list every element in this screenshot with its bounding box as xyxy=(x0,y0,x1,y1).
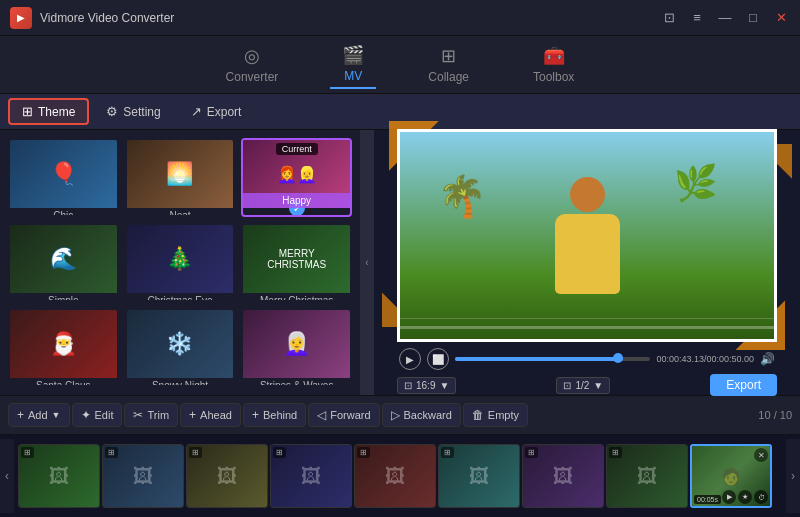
clip-6-icon: 🖼 xyxy=(469,465,489,488)
nav-mv[interactable]: 🎬 MV xyxy=(330,40,376,89)
timeline-right-arrow[interactable]: › xyxy=(786,439,800,513)
progress-fill xyxy=(455,357,623,361)
trim-button[interactable]: ✂ Trim xyxy=(124,403,178,427)
toolbox-icon: 🧰 xyxy=(543,45,565,67)
theme-merry-christmas-label: Merry Christmas xyxy=(243,293,350,302)
clip-6-add: ⊞ xyxy=(441,447,454,458)
theme-neat-label: Neat xyxy=(127,208,234,217)
empty-button[interactable]: 🗑 Empty xyxy=(463,403,528,427)
ahead-label: Ahead xyxy=(200,409,232,421)
theme-christmas-eve[interactable]: 🎄 Christmas Eve xyxy=(125,223,236,302)
theme-chic[interactable]: 🎈 Chic xyxy=(8,138,119,217)
video-frame: 🌴 🌿 xyxy=(397,129,777,343)
theme-simple-label: Simple xyxy=(10,293,117,302)
theme-santa-claus[interactable]: 🎅 Santa Claus xyxy=(8,308,119,387)
progress-thumb xyxy=(613,353,623,363)
clip-6[interactable]: 🖼 ⊞ xyxy=(438,444,520,508)
nav-collage[interactable]: ⊞ Collage xyxy=(416,41,481,88)
empty-label: Empty xyxy=(488,409,519,421)
clip-3-icon: 🖼 xyxy=(217,465,237,488)
maximize-button[interactable]: □ xyxy=(744,10,762,25)
player-row2: ⊡ 16:9 ▼ ⊡ 1/2 ▼ Export xyxy=(397,374,777,396)
theme-merry-christmas[interactable]: MERRYCHRISTMAS Merry Christmas xyxy=(241,223,352,302)
theme-snowy-night[interactable]: ❄️ Snowy Night xyxy=(125,308,236,387)
page-dropdown-icon: ▼ xyxy=(593,380,603,391)
play-button[interactable]: ▶ xyxy=(399,348,421,370)
nav-toolbox-label: Toolbox xyxy=(533,70,574,84)
page-select[interactable]: ⊡ 1/2 ▼ xyxy=(556,377,610,394)
timeline-left-arrow[interactable]: ‹ xyxy=(0,439,14,513)
clip-7[interactable]: 🖼 ⊞ xyxy=(522,444,604,508)
theme-happy[interactable]: 👩‍🦰👱‍♀️ Current ✓ Happy xyxy=(241,138,352,217)
ratio-icon: ⊡ xyxy=(404,380,412,391)
happy-label: Happy xyxy=(243,193,350,208)
clip-3[interactable]: 🖼 ⊞ xyxy=(186,444,268,508)
add-button[interactable]: + Add ▼ xyxy=(8,403,70,427)
clip-1[interactable]: 🖼 ⊞ xyxy=(18,444,100,508)
backward-button[interactable]: ▷ Backward xyxy=(382,403,461,427)
clip-star-btn[interactable]: ★ xyxy=(738,490,752,504)
clip-5[interactable]: 🖼 ⊞ xyxy=(354,444,436,508)
forward-button[interactable]: ◁ Forward xyxy=(308,403,379,427)
title-bar-left: ▶ Vidmore Video Converter xyxy=(10,7,174,29)
volume-icon[interactable]: 🔊 xyxy=(760,352,775,366)
theme-stripes-waves-label: Stripes & Waves xyxy=(243,378,350,387)
edit-label: Edit xyxy=(95,409,114,421)
theme-neat[interactable]: 🌅 Neat xyxy=(125,138,236,217)
themes-panel: 🎈 Chic 🌅 Neat 👩‍🦰👱‍♀️ Current ✓ Happy xyxy=(0,130,360,395)
clip-2[interactable]: 🖼 ⊞ xyxy=(102,444,184,508)
ratio-dropdown-icon: ▼ xyxy=(439,380,449,391)
forward-icon: ◁ xyxy=(317,408,326,422)
export-button[interactable]: Export xyxy=(710,374,777,396)
clip-1-add: ⊞ xyxy=(21,447,34,458)
behind-button[interactable]: + Behind xyxy=(243,403,306,427)
current-badge: Current xyxy=(276,143,318,155)
timeline-clips: 🖼 ⊞ 🖼 ⊞ 🖼 ⊞ 🖼 ⊞ 🖼 xyxy=(14,442,786,510)
add-label: Add xyxy=(28,409,48,421)
clip-last-delete[interactable]: ✕ xyxy=(754,448,768,462)
collapse-arrow[interactable]: ‹ xyxy=(360,130,374,395)
nav-collage-label: Collage xyxy=(428,70,469,84)
nav-converter-label: Converter xyxy=(226,70,279,84)
theme-stripes-waves[interactable]: 👩‍🦳 Stripes & Waves xyxy=(241,308,352,387)
nav-mv-label: MV xyxy=(344,69,362,83)
close-button[interactable]: ✕ xyxy=(772,10,790,25)
preview-panel: 🌴 🌿 xyxy=(374,130,800,395)
theme-santa-claus-label: Santa Claus xyxy=(10,378,117,387)
clip-last[interactable]: 🧑 00:05s ✕ ▶ ★ ⏱ xyxy=(690,444,772,508)
theme-icon: ⊞ xyxy=(22,104,33,119)
nav-converter[interactable]: ◎ Converter xyxy=(214,41,291,88)
menu-icon[interactable]: ≡ xyxy=(688,10,706,25)
progress-bar[interactable] xyxy=(455,357,650,361)
export-button-toolbar[interactable]: ↗ Export xyxy=(178,99,255,124)
clip-4-icon: 🖼 xyxy=(301,465,321,488)
app-icon: ▶ xyxy=(10,7,32,29)
ratio-value: 16:9 xyxy=(416,380,435,391)
theme-chic-label: Chic xyxy=(10,208,117,217)
clip-3-add: ⊞ xyxy=(189,447,202,458)
title-bar-right: ⊡ ≡ — □ ✕ xyxy=(660,10,790,25)
msg-icon[interactable]: ⊡ xyxy=(660,10,678,25)
edit-button[interactable]: ✦ Edit xyxy=(72,403,123,427)
mv-icon: 🎬 xyxy=(342,44,364,66)
clip-last-time: 00:05s xyxy=(694,495,721,504)
minimize-button[interactable]: — xyxy=(716,10,734,25)
behind-label: Behind xyxy=(263,409,297,421)
setting-button[interactable]: ⚙ Setting xyxy=(93,99,173,124)
ahead-button[interactable]: + Ahead xyxy=(180,403,241,427)
clip-2-add: ⊞ xyxy=(105,447,118,458)
app-title: Vidmore Video Converter xyxy=(40,11,174,25)
clip-play-btn[interactable]: ▶ xyxy=(722,490,736,504)
clip-5-icon: 🖼 xyxy=(385,465,405,488)
clip-clock-btn[interactable]: ⏱ xyxy=(754,490,768,504)
ratio-select[interactable]: ⊡ 16:9 ▼ xyxy=(397,377,456,394)
stop-button[interactable]: ⬜ xyxy=(427,348,449,370)
edit-icon: ✦ xyxy=(81,408,91,422)
clip-4[interactable]: 🖼 ⊞ xyxy=(270,444,352,508)
nav-toolbox[interactable]: 🧰 Toolbox xyxy=(521,41,586,88)
clip-4-add: ⊞ xyxy=(273,447,286,458)
clip-8[interactable]: 🖼 ⊞ xyxy=(606,444,688,508)
theme-button[interactable]: ⊞ Theme xyxy=(8,98,89,125)
theme-simple[interactable]: 🌊 Simple xyxy=(8,223,119,302)
trim-label: Trim xyxy=(147,409,169,421)
